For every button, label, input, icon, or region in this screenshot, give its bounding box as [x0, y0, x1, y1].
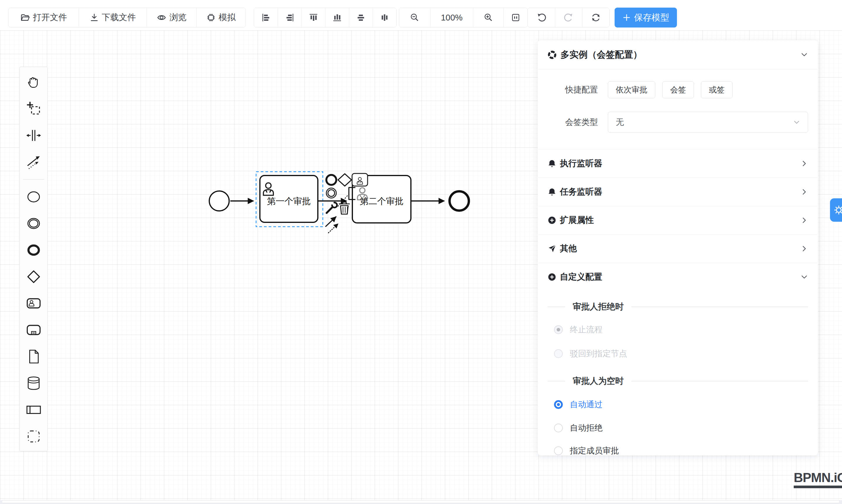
- download-file-button[interactable]: 下载文件: [79, 8, 147, 27]
- start-event[interactable]: [209, 191, 229, 211]
- bell-icon: [548, 187, 556, 196]
- hand-tool-icon: [27, 75, 41, 90]
- space-tool[interactable]: [26, 128, 41, 143]
- end-event[interactable]: [450, 191, 469, 211]
- quick-config-countersign-button[interactable]: 会签: [662, 81, 694, 98]
- data-store-icon: [27, 376, 41, 391]
- bpmn-io-logo-text: BPMN.iO: [794, 470, 842, 485]
- create-intermediate-event[interactable]: [26, 216, 41, 231]
- global-connect-tool[interactable]: [26, 155, 41, 170]
- open-file-button[interactable]: 打开文件: [8, 8, 79, 27]
- create-data-store[interactable]: [26, 376, 41, 391]
- reset-button[interactable]: [582, 8, 609, 27]
- section-execution-listener[interactable]: 执行监听器: [538, 149, 818, 178]
- intermediate-event-icon: [27, 216, 41, 231]
- radio-assign-member[interactable]: 指定成员审批: [538, 446, 818, 456]
- create-group[interactable]: [26, 429, 41, 444]
- palette-divider: [23, 179, 44, 180]
- radio-unselected[interactable]: [554, 424, 563, 432]
- horizontal-scrollbar-thumb[interactable]: [2, 500, 840, 503]
- radio-label: 终止流程: [570, 324, 602, 335]
- group-icon: [27, 429, 41, 444]
- create-user-task[interactable]: [26, 296, 41, 311]
- chevron-right-icon: [801, 188, 808, 196]
- create-end-event[interactable]: [26, 242, 41, 258]
- align-center-vertical-button[interactable]: [372, 8, 396, 27]
- append-end-event-icon[interactable]: [326, 175, 336, 185]
- align-top-button[interactable]: [301, 8, 325, 27]
- align-right-button[interactable]: [278, 8, 301, 27]
- section-custom-config[interactable]: 自定义配置: [538, 263, 818, 291]
- radio-selected-disabled[interactable]: [554, 325, 563, 334]
- radio-auto-reject[interactable]: 自动拒绝: [538, 423, 818, 433]
- zoom-out-button[interactable]: [399, 8, 430, 27]
- chevron-right-icon: [801, 245, 808, 252]
- approver-reject-heading: 审批人拒绝时: [538, 301, 818, 313]
- quick-config-sequential-button[interactable]: 依次审批: [608, 81, 655, 98]
- align-left-icon: [261, 13, 271, 22]
- sign-type-value: 无: [616, 117, 793, 128]
- panel-header[interactable]: 多实例（会签配置）: [538, 40, 818, 69]
- sign-type-select[interactable]: 无: [608, 112, 808, 133]
- hand-tool[interactable]: [26, 75, 41, 90]
- bell-icon: [548, 159, 556, 168]
- redo-button[interactable]: [555, 8, 582, 27]
- panel-title: 多实例（会签配置）: [560, 49, 796, 61]
- preview-label: 浏览: [170, 12, 187, 23]
- align-center-vertical-icon: [380, 13, 389, 22]
- align-center-horizontal-button[interactable]: [349, 8, 372, 27]
- lasso-tool[interactable]: [26, 101, 41, 116]
- section-other[interactable]: 其他: [538, 235, 818, 263]
- fit-viewport-button[interactable]: [503, 8, 527, 27]
- align-bottom-icon: [332, 13, 342, 22]
- fit-viewport-icon: [511, 13, 520, 22]
- create-subprocess[interactable]: [26, 322, 41, 338]
- radio-return-to-node[interactable]: 驳回到指定节点: [538, 348, 818, 359]
- align-bottom-button[interactable]: [325, 8, 349, 27]
- quick-config-orsign-button[interactable]: 或签: [701, 81, 733, 98]
- radio-unselected[interactable]: [554, 446, 563, 455]
- chevron-down-icon[interactable]: [801, 51, 808, 58]
- chevron-right-icon: [801, 216, 808, 224]
- section-extended-properties[interactable]: 扩展属性: [538, 206, 818, 234]
- chevron-down-icon: [793, 119, 800, 126]
- reset-zoom-icon: [591, 13, 601, 22]
- zoom-in-button[interactable]: [473, 8, 503, 27]
- radio-selected[interactable]: [554, 400, 563, 409]
- user-task-icon: [27, 296, 41, 311]
- save-model-button[interactable]: 保存模型: [615, 7, 677, 28]
- create-participant[interactable]: [26, 402, 41, 417]
- settings-tab[interactable]: [830, 198, 842, 222]
- undo-button[interactable]: [528, 8, 555, 27]
- create-data-object[interactable]: [26, 349, 41, 364]
- simulate-label: 模拟: [218, 12, 235, 23]
- align-center-horizontal-icon: [356, 13, 366, 22]
- create-start-event[interactable]: [26, 189, 41, 204]
- radio-unselected-disabled[interactable]: [554, 349, 563, 358]
- simulate-button[interactable]: 模拟: [196, 8, 246, 27]
- align-top-icon: [309, 13, 318, 22]
- user-task-first-approval[interactable]: 第一个审批: [260, 176, 318, 222]
- task-label: 第二个审批: [360, 196, 404, 206]
- radio-auto-pass[interactable]: 自动通过: [538, 399, 818, 410]
- section-task-listener[interactable]: 任务监听器: [538, 178, 818, 206]
- section-label: 执行监听器: [560, 158, 797, 169]
- quick-config-row: 快捷配置 依次审批 会签 或签: [538, 81, 818, 98]
- align-left-button[interactable]: [254, 8, 278, 27]
- preview-button[interactable]: 浏览: [147, 8, 196, 27]
- end-event-icon: [27, 243, 41, 257]
- horizontal-scrollbar[interactable]: [0, 500, 842, 504]
- bpmn-palette: [19, 67, 48, 451]
- bpmn-io-watermark[interactable]: BPMN.iO: [794, 470, 842, 488]
- create-gateway[interactable]: [26, 269, 41, 284]
- align-right-icon: [285, 13, 294, 22]
- append-intermediate-event-icon[interactable]: [326, 188, 336, 198]
- align-button-group: [254, 7, 397, 28]
- append-user-task-icon[interactable]: [352, 174, 368, 186]
- radio-terminate-process[interactable]: 终止流程: [538, 324, 818, 335]
- zoom-level-value: 100%: [441, 13, 462, 22]
- plus-circle-icon: [548, 216, 556, 224]
- section-label: 任务监听器: [560, 186, 797, 198]
- text-annotation-icon[interactable]: [349, 187, 355, 199]
- zoom-button-group: 100%: [399, 7, 528, 28]
